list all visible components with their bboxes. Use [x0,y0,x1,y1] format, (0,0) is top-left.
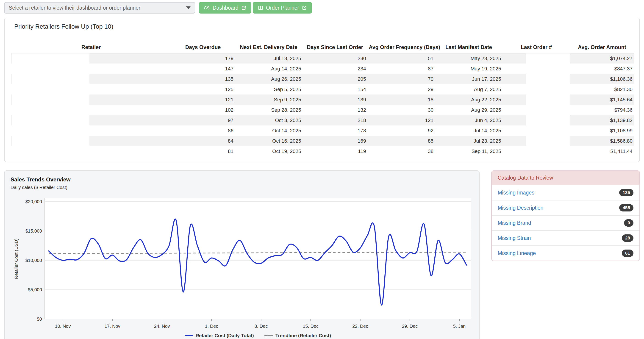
cell-days-since-last-order: 139 [302,94,368,105]
y-tick-label: $0 [37,316,42,322]
column-header-last-manifest-date[interactable]: Last Manifest Date [435,42,502,53]
cell-avg-order-amount: $1,074.27 [570,53,634,64]
cell-days-overdue: 147 [171,64,235,74]
toolbar-button-group: Dashboard Order Planner [199,2,312,14]
cell-days-since-last-order: 154 [302,84,368,94]
catalog-list: Missing Images135Missing Description455M… [492,185,640,260]
x-tick-label: 22. Dec [352,324,368,329]
cell-last-manifest-date: May 23, 2025 [435,53,502,64]
catalog-item[interactable]: Missing Description455 [492,200,640,216]
cell-next-est-delivery-date: Sep 28, 2025 [235,105,302,115]
cell-avg-order-frequency: 70 [368,74,435,84]
dashboard-button[interactable]: Dashboard [199,2,251,14]
dashboard-button-label: Dashboard [212,5,238,11]
cell-retailer [11,105,171,115]
cell-last-manifest-date: Sep 11, 2025 [435,146,502,156]
cell-avg-order-amount: $1,139.82 [570,115,634,126]
cell-last-manifest-date: Aug 22, 2025 [435,94,502,105]
table-row[interactable]: 125Sep 5, 202515429Aug 7, 2025$821.30 [11,84,634,94]
table-row[interactable]: 147Aug 14, 202523487May 19, 2025$847.37 [11,64,634,74]
column-header-next-est-delivery-date[interactable]: Next Est. Delivery Date [235,42,302,53]
order-planner-button-label: Order Planner [266,5,299,11]
redacted-value [12,126,90,136]
cell-last-manifest-date: May 19, 2025 [435,64,502,74]
cell-avg-order-amount: $1,411.44 [570,146,634,156]
count-badge: 135 [619,189,634,196]
cell-last-manifest-date: Jul 14, 2025 [435,126,502,136]
catalog-link[interactable]: Missing Images [498,190,534,196]
redacted-value [526,146,570,156]
catalog-link[interactable]: Missing Brand [498,220,531,226]
table-row[interactable]: 97Oct 3, 2025218121Jun 4, 2025$1,139.82 [11,115,634,126]
redacted-value [12,115,90,126]
catalog-review-panel: Catalog Data to Review Missing Images135… [491,170,640,261]
x-tick-label: 1. Dec [205,324,218,329]
table-row[interactable]: 179Jul 13, 202523051May 23, 2025$1,074.2… [11,53,634,64]
catalog-link[interactable]: Missing Description [498,205,543,211]
catalog-item[interactable]: Missing Strain28 [492,231,640,246]
cell-last-order-number [502,136,570,146]
table-row[interactable]: 135Aug 26, 202520570Jun 17, 2025$1,106.3… [11,74,634,84]
external-link-icon [302,5,307,10]
column-header-days-overdue[interactable]: Days Overdue [171,42,235,53]
sales-trends-header: Sales Trends Overview Daily sales ($ Ret… [10,176,70,190]
cell-retailer [11,126,171,136]
cell-last-order-number [502,53,570,64]
legend-item[interactable]: Trendline (Retailer Cost) [264,333,331,338]
cell-retailer [11,64,171,74]
gauge-icon [204,5,210,11]
cell-avg-order-frequency: 121 [368,115,435,126]
cell-retailer [11,84,171,94]
redacted-value [526,115,570,126]
cell-days-since-last-order: 178 [302,126,368,136]
cell-avg-order-frequency: 51 [368,53,435,64]
column-header-last-order-number[interactable]: Last Order # [502,42,570,53]
column-header-days-since-last-order[interactable]: Days Since Last Order [302,42,368,53]
table-row[interactable]: 121Sep 9, 202513918Aug 22, 2025$1,145.64 [11,94,634,105]
column-header-avg-order-frequency[interactable]: Avg Order Frequency (Days) [368,42,435,53]
retailer-select[interactable]: Select a retailer to view their dashboar… [4,2,195,14]
cell-avg-order-amount: $821.30 [570,84,634,94]
cell-days-since-last-order: 218 [302,115,368,126]
redacted-value [526,126,570,136]
redacted-value [12,64,90,74]
table-row[interactable]: 102Sep 28, 202513230Aug 29, 2025$794.36 [11,105,634,115]
cell-last-order-number [502,94,570,105]
cell-last-order-number [502,64,570,74]
cell-last-manifest-date: Jun 4, 2025 [435,115,502,126]
y-tick-label: $15,000 [26,228,42,234]
count-badge: 0 [624,219,634,226]
cell-days-overdue: 102 [171,105,235,115]
catalog-link[interactable]: Missing Lineage [498,250,536,256]
order-planner-button[interactable]: Order Planner [253,2,312,14]
column-header-avg-order-amount[interactable]: Avg. Order Amount [570,42,634,53]
legend-item[interactable]: Retailer Cost (Daily Total) [184,333,254,338]
sales-trends-panel: Sales Trends Overview Daily sales ($ Ret… [4,170,480,339]
redacted-value [526,84,570,94]
cell-last-manifest-date: Aug 29, 2025 [435,105,502,115]
table-row[interactable]: 86Oct 14, 202517892Jul 14, 2025$1,108.99 [11,126,634,136]
cell-retailer [11,74,171,84]
sales-line-chart: $0$5,000$10,000$15,000$20,00010. Nov17. … [4,171,479,339]
dashboard-page: Select a retailer to view their dashboar… [0,0,644,339]
cell-days-since-last-order: 205 [302,74,368,84]
catalog-item[interactable]: Missing Images135 [492,185,640,200]
catalog-item[interactable]: Missing Lineage61 [492,246,640,260]
columns-icon [258,5,263,10]
x-tick-label: 8. Dec [254,324,268,329]
table-row[interactable]: 81Oct 19, 202511938Sep 11, 2025$1,411.44 [11,146,634,156]
column-header-retailer[interactable]: Retailer [11,42,171,53]
cell-retailer [11,94,171,105]
table-row[interactable]: 84Oct 16, 202516985Jul 23, 2025$1,586.80 [11,136,634,146]
cell-last-manifest-date: Jul 23, 2025 [435,136,502,146]
cell-last-manifest-date: Aug 7, 2025 [435,84,502,94]
redacted-value [12,105,90,115]
cell-days-overdue: 135 [171,74,235,84]
redacted-value [526,136,570,146]
cell-avg-order-amount: $1,586.80 [570,136,634,146]
catalog-item[interactable]: Missing Brand0 [492,216,640,231]
cell-next-est-delivery-date: Oct 14, 2025 [235,126,302,136]
x-tick-label: 29. Dec [402,324,418,329]
sales-trends-title: Sales Trends Overview [10,176,70,183]
catalog-link[interactable]: Missing Strain [498,235,531,241]
